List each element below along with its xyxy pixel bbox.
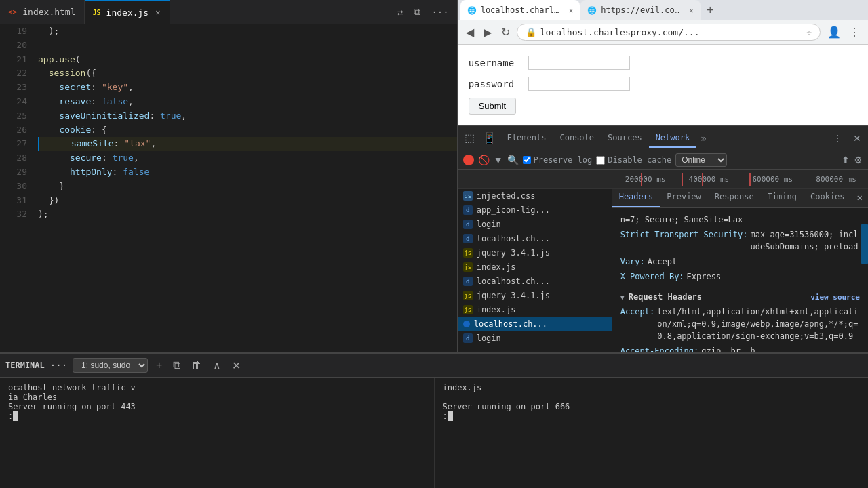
more-tabs-button[interactable]: » — [696, 130, 710, 146]
submit-button[interactable]: Submit — [469, 98, 516, 115]
request-name: localhost.ch... — [477, 277, 606, 286]
profile-button[interactable]: 👤 — [825, 23, 844, 41]
list-item[interactable]: d login — [458, 218, 612, 232]
header-name: X-Powered-By: — [620, 270, 684, 283]
list-item[interactable]: d localhost.ch... — [458, 274, 612, 289]
list-item-active[interactable]: localhost.ch... — [458, 317, 612, 331]
details-tabs: Headers Preview Response Timing Cookies … — [612, 189, 868, 208]
list-item[interactable]: js index.js — [458, 260, 612, 274]
forward-button[interactable]: ▶ — [481, 23, 494, 41]
close-tab-icon[interactable]: ✕ — [154, 6, 161, 18]
list-item[interactable]: cs injected.css — [458, 189, 612, 203]
more-options-button[interactable]: ⋮ — [846, 23, 863, 41]
list-item[interactable]: d localhost.ch... — [458, 232, 612, 246]
tab-headers[interactable]: Headers — [612, 189, 660, 207]
browser-tab-localhost-label: localhost.charlesproxy.com — [481, 5, 562, 15]
details-content: n=7; Secure; SameSite=Lax Strict-Transpo… — [612, 208, 868, 352]
new-tab-button[interactable]: + — [701, 1, 719, 20]
list-item[interactable]: js jquery-3.4.1.js — [458, 289, 612, 303]
terminal-session-select[interactable]: 1: sudo, sudo — [73, 358, 148, 373]
doc-file-icon: d — [463, 234, 473, 243]
network-panel: cs injected.css d app_icon-lig... d logi… — [458, 189, 868, 352]
network-toolbar: 🚫 ▼ 🔍 Preserve log Disable cache Online … — [458, 150, 868, 170]
password-input[interactable] — [528, 77, 630, 91]
view-source-link[interactable]: view source — [810, 293, 860, 302]
request-headers-title[interactable]: ▼ Request Headers view source — [620, 288, 860, 304]
devtools-settings-button[interactable]: ⋮ — [829, 130, 846, 146]
tab-network[interactable]: Network — [649, 129, 697, 148]
timeline-marker-1 — [641, 173, 642, 186]
split-editor-icon[interactable]: ⧉ — [414, 6, 420, 18]
tab-cookies[interactable]: Cookies — [804, 189, 852, 207]
header-row: Accept-Encoding: gzip, br, h — [620, 344, 860, 352]
header-row: Vary: Accept — [620, 254, 860, 269]
maximize-terminal-button[interactable]: ∧ — [210, 358, 224, 373]
header-row: Accept: text/html,application/xhtml+xml,… — [620, 304, 860, 344]
split-terminal-button[interactable]: ⧉ — [170, 358, 183, 373]
list-item[interactable]: d login — [458, 331, 612, 346]
disable-cache-checkbox[interactable] — [596, 156, 605, 165]
browser-tab-localhost[interactable]: 🌐 localhost.charlesproxy.com ✕ — [460, 0, 580, 20]
tab-sources[interactable]: Sources — [601, 129, 649, 148]
close-browser-tab-icon[interactable]: ✕ — [569, 6, 574, 15]
request-name: index.js — [477, 305, 606, 314]
request-name: login — [477, 333, 606, 343]
throttle-select[interactable]: Online Slow 3G Fast 3G Offline — [675, 153, 727, 167]
css-file-icon: cs — [463, 191, 473, 201]
record-button[interactable] — [463, 155, 474, 165]
terminal-menu-icon[interactable]: ··· — [50, 360, 67, 371]
devtools: ⬚ 📱 Elements Console Sources Network » ⋮… — [458, 125, 868, 352]
tab-html-label: index.html — [22, 7, 75, 17]
tab-index-js[interactable]: JS index.js ✕ — [85, 0, 171, 24]
browser-nav: ◀ ▶ ↻ 🔒 localhost.charlesproxy.com/... ☆… — [458, 20, 868, 45]
terminal-cursor-1 — [13, 411, 18, 421]
device-toolbar-button[interactable]: 📱 — [479, 129, 500, 147]
list-item[interactable]: d app_icon-lig... — [458, 203, 612, 218]
tab-console[interactable]: Console — [553, 129, 601, 148]
terminal-col-2[interactable]: index.jsServer running on port 666: — [435, 378, 869, 488]
preserve-log-checkbox-label: Preserve log — [523, 155, 593, 165]
username-input[interactable] — [528, 56, 630, 70]
terminal-col-1[interactable]: ocalhost network traffic via CharlesServ… — [0, 378, 435, 488]
tab-response[interactable]: Response — [708, 189, 761, 207]
bottom-area: TERMINAL ··· 1: sudo, sudo + ⧉ 🗑 ∧ ✕ oca… — [0, 352, 868, 488]
new-terminal-button[interactable]: + — [153, 358, 165, 373]
js-file-icon: js — [463, 305, 473, 314]
response-headers-section: n=7; Secure; SameSite=Lax Strict-Transpo… — [620, 212, 860, 284]
main-area: <> index.html JS index.js ✕ ⇄ ⧉ ··· 19 2… — [0, 0, 868, 352]
close-evil-tab-icon[interactable]: ✕ — [689, 6, 694, 15]
reload-button[interactable]: ↻ — [498, 23, 513, 41]
tab-index-html[interactable]: <> index.html — [0, 0, 85, 24]
preserve-log-checkbox[interactable] — [523, 156, 531, 164]
request-name: localhost.ch... — [477, 234, 606, 243]
inspect-element-button[interactable]: ⬚ — [460, 129, 479, 147]
list-item[interactable]: js index.js — [458, 303, 612, 317]
devtools-tabs-bar: ⬚ 📱 Elements Console Sources Network » ⋮… — [458, 126, 868, 150]
back-button[interactable]: ◀ — [463, 23, 477, 41]
devtools-actions: ⋮ ✕ — [829, 130, 865, 146]
source-control-icon[interactable]: ⇄ — [397, 7, 403, 18]
bookmark-icon[interactable]: ☆ — [806, 27, 812, 37]
list-item[interactable]: js jquery-3.4.1.js — [458, 246, 612, 260]
close-details-icon[interactable]: ✕ — [852, 189, 868, 207]
code-area: 19 20 21 22 23 24 25 26 27 28 29 30 31 3… — [0, 24, 457, 352]
filter-button[interactable]: ▼ — [494, 155, 503, 165]
devtools-close-button[interactable]: ✕ — [849, 130, 865, 146]
browser-tab-evil[interactable]: 🌐 https://evil.com:666/ind... ✕ — [580, 0, 701, 20]
close-terminal-button[interactable]: ✕ — [229, 358, 243, 373]
request-name: jquery-3.4.1.js — [477, 248, 606, 258]
clear-button[interactable]: 🚫 — [478, 155, 490, 165]
disable-cache-label: Disable cache — [608, 155, 671, 165]
tab-elements[interactable]: Elements — [500, 129, 553, 148]
more-actions-icon[interactable]: ··· — [431, 7, 448, 18]
password-label: password — [469, 79, 523, 89]
header-name: Vary: — [620, 256, 645, 268]
search-button[interactable]: 🔍 — [507, 155, 519, 165]
network-settings-button[interactable]: ⚙ — [854, 155, 863, 165]
timeline-marker-4 — [749, 173, 751, 186]
import-button[interactable]: ⬆ — [842, 155, 850, 165]
address-bar[interactable]: 🔒 localhost.charlesproxy.com/... ☆ — [517, 24, 821, 41]
tab-timing[interactable]: Timing — [761, 189, 804, 207]
delete-terminal-button[interactable]: 🗑 — [189, 358, 205, 373]
tab-preview[interactable]: Preview — [660, 189, 708, 207]
